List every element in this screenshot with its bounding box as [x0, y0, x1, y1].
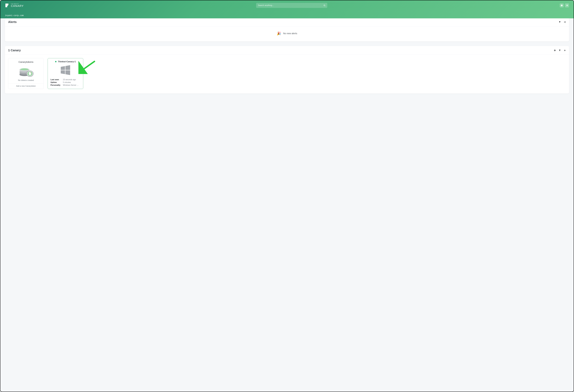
- svg-point-15: [31, 73, 31, 73]
- canaries-filter-button[interactable]: [559, 49, 561, 51]
- meta-last-seen: Last seen 23 seconds ago: [51, 78, 80, 81]
- svg-line-2: [325, 6, 325, 6]
- party-popper-icon: 🎉: [277, 31, 281, 36]
- add-canarytoken-button[interactable]: Add a new Canarytoken: [8, 83, 44, 89]
- gear-icon: [566, 4, 568, 6]
- canary-device-name: Thinkst-Canary-1: [58, 60, 76, 63]
- search-input[interactable]: [258, 4, 323, 6]
- personality-value: Windows Server …: [63, 84, 79, 86]
- canaries-settings-button[interactable]: [554, 49, 556, 51]
- help-icon: [561, 4, 563, 6]
- uptime-label: Uptime: [51, 81, 61, 83]
- canarytokens-empty-text: No tokens created: [8, 78, 44, 83]
- svg-point-4: [565, 21, 566, 22]
- brand-logo[interactable]: THINKST CANARY: [5, 3, 24, 8]
- last-seen-value: 23 seconds ago: [63, 78, 76, 81]
- svg-marker-19: [65, 70, 70, 75]
- status-dot-icon: [55, 61, 57, 62]
- svg-marker-16: [61, 66, 65, 70]
- canarytokens-card[interactable]: Canarytokens No tokens created: [8, 58, 44, 89]
- last-seen-label: Last seen: [51, 78, 61, 81]
- filter-icon: [559, 49, 561, 51]
- brand-logo-mark: [5, 3, 10, 8]
- windows-icon: [48, 64, 83, 77]
- meta-uptime: Uptime 5 minutes: [51, 81, 80, 84]
- canaries-add-button[interactable]: [564, 49, 566, 51]
- alerts-share-button[interactable]: [564, 21, 566, 23]
- alerts-filter-button[interactable]: [559, 21, 561, 23]
- filter-icon: [559, 21, 561, 23]
- search-icon: [323, 4, 326, 6]
- share-icon: [564, 21, 566, 23]
- svg-point-12: [20, 68, 29, 70]
- help-button[interactable]: [560, 3, 564, 7]
- meta-personality: Personality Windows Server …: [51, 84, 80, 87]
- uptime-value: 5 minutes: [63, 81, 71, 83]
- plus-icon: [564, 49, 566, 51]
- svg-point-5: [565, 22, 566, 23]
- alerts-empty-message: No new alerts: [283, 32, 297, 35]
- org-domain: inyoni-corp.com: [5, 14, 569, 18]
- brand-logo-text: THINKST CANARY: [11, 3, 24, 7]
- svg-point-0: [8, 4, 8, 4]
- svg-point-3: [564, 22, 565, 22]
- canary-device-card[interactable]: Thinkst-Canary-1 Last seen 23 seconds ag…: [48, 58, 83, 89]
- canaries-title: 1 Canary: [8, 49, 21, 52]
- svg-marker-17: [65, 65, 70, 70]
- alerts-title: Alerts: [8, 20, 17, 24]
- brand-big: CANARY: [11, 5, 24, 7]
- canarytokens-title: Canarytokens: [8, 58, 44, 64]
- personality-label: Personality: [51, 84, 61, 86]
- gear-icon: [554, 49, 556, 51]
- settings-button[interactable]: [565, 3, 569, 7]
- svg-marker-18: [61, 70, 65, 74]
- canarytokens-illustration: [8, 64, 44, 78]
- global-search[interactable]: [256, 3, 327, 8]
